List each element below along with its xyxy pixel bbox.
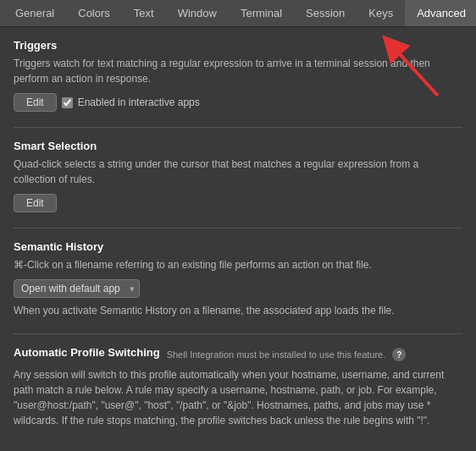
semantic-history-cmd-desc: ⌘-Click on a filename referring to an ex… (14, 257, 462, 272)
semantic-history-section: Semantic History ⌘-Click on a filename r… (14, 240, 462, 318)
triggers-title: Triggers (14, 39, 462, 52)
tab-terminal[interactable]: Terminal (229, 0, 294, 26)
triggers-edit-button[interactable]: Edit (14, 93, 57, 112)
auto-profile-title: Automatic Profile Switching (14, 346, 160, 359)
semantic-history-note: When you activate Semantic History on a … (14, 303, 462, 318)
tab-session[interactable]: Session (294, 0, 357, 26)
auto-profile-desc: Any session will switch to this profile … (14, 367, 462, 428)
smart-selection-section: Smart Selection Quad-click selects a str… (14, 140, 462, 212)
tab-text[interactable]: Text (122, 0, 166, 26)
smart-selection-title: Smart Selection (14, 140, 462, 152)
smart-selection-edit-button[interactable]: Edit (14, 194, 57, 212)
semantic-history-select-row: Open with default app Open with editor R… (14, 279, 462, 298)
tab-keys[interactable]: Keys (357, 0, 405, 26)
semantic-history-title: Semantic History (14, 240, 462, 253)
tab-colors[interactable]: Colors (66, 0, 122, 26)
help-icon[interactable]: ? (392, 348, 406, 361)
triggers-controls: Edit Enabled in interactive apps (14, 93, 462, 112)
divider-1 (14, 127, 462, 128)
tab-bar: General Colors Text Window Terminal Sess… (0, 0, 476, 27)
divider-2 (14, 228, 462, 228)
tab-general[interactable]: General (3, 0, 66, 26)
auto-profile-header: Automatic Profile Switching Shell Integr… (14, 346, 462, 363)
semantic-history-dropdown[interactable]: Open with default app Open with editor R… (14, 279, 140, 298)
divider-3 (14, 333, 462, 334)
triggers-enabled-checkbox[interactable] (62, 97, 73, 108)
triggers-desc: Triggers watch for text matching a regul… (14, 56, 462, 86)
main-content: Triggers Triggers watch for text matchin… (0, 27, 476, 447)
semantic-history-select-wrapper: Open with default app Open with editor R… (14, 279, 140, 298)
auto-profile-section: Automatic Profile Switching Shell Integr… (14, 346, 462, 428)
tab-window[interactable]: Window (166, 0, 229, 26)
triggers-section: Triggers Triggers watch for text matchin… (14, 39, 462, 112)
tab-advanced[interactable]: Advanced (405, 0, 476, 26)
smart-selection-desc: Quad-click selects a string under the cu… (14, 157, 462, 187)
triggers-checkbox-label: Enabled in interactive apps (78, 96, 200, 108)
auto-profile-note: Shell Integration must be installed to u… (167, 349, 386, 360)
